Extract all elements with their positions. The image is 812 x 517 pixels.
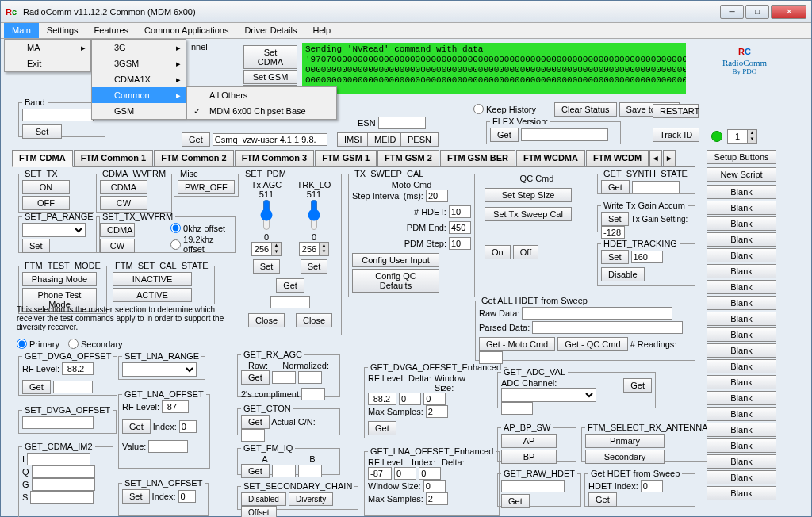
txagc-set-button[interactable]: Set <box>253 259 281 274</box>
active-button[interactable]: ACTIVE <box>113 288 192 302</box>
tab-ftm-gsm1[interactable]: FTM GSM 1 <box>315 150 377 166</box>
dvga-rf-input[interactable] <box>62 362 94 375</box>
pdm-get-button[interactable]: Get <box>276 278 304 293</box>
txgain-input[interactable] <box>601 226 625 239</box>
sc-offset-button[interactable]: Offset <box>241 506 277 517</box>
keep-history-radio[interactable]: Keep History <box>473 104 536 114</box>
track-spinner[interactable]: ▲▼ <box>727 129 757 144</box>
band-input[interactable] <box>22 109 94 121</box>
flex-input[interactable] <box>521 128 608 141</box>
hdet-disable-button[interactable]: Disable <box>601 267 645 281</box>
adc-channel-select[interactable] <box>501 388 596 402</box>
menu-3g[interactable]: 3G▸ <box>92 40 186 56</box>
lna-rf-input[interactable] <box>162 400 189 413</box>
tab-ftm-common2[interactable]: FTM Common 2 <box>154 150 234 166</box>
trackid-button[interactable]: Track ID <box>653 128 699 142</box>
hdet-val-input[interactable] <box>631 251 663 263</box>
hdet-input[interactable] <box>449 205 471 218</box>
tab-ftm-wcdm[interactable]: FTM WCDM <box>586 150 649 166</box>
raw-data-input[interactable] <box>522 307 672 320</box>
slna-set-button[interactable]: Set <box>122 489 150 504</box>
secondary-radio[interactable]: Secondary <box>68 339 123 349</box>
clear-status-button[interactable]: Clear Status <box>554 102 617 117</box>
pesn-button[interactable]: PESN <box>400 132 439 147</box>
pdm-val-input[interactable] <box>270 296 310 308</box>
blank-button[interactable]: Blank <box>707 423 776 437</box>
trklo-spinner[interactable]: ▲▼ <box>299 242 329 256</box>
close-button[interactable]: ✕ <box>771 5 806 19</box>
offset-192khz-radio[interactable]: 19.2khz offset <box>170 235 232 254</box>
wtg-set-button[interactable]: Set <box>601 212 629 226</box>
dvga-result[interactable] <box>53 381 93 393</box>
fmiq-get-button[interactable]: Get <box>241 464 270 478</box>
tab-ftm-common3[interactable]: FTM Common 3 <box>235 150 315 166</box>
blank-button[interactable]: Blank <box>707 343 776 358</box>
im2-q-input[interactable] <box>32 465 95 478</box>
sc-diversity-button[interactable]: Diversity <box>289 492 333 506</box>
tab-ftm-gsmber[interactable]: FTM GSM BER <box>440 150 515 166</box>
blank-button[interactable]: Blank <box>707 391 776 405</box>
blank-button[interactable]: Blank <box>707 232 776 247</box>
blank-button[interactable]: Blank <box>707 216 776 231</box>
pdm-close1-button[interactable]: Close <box>248 313 285 327</box>
blank-button[interactable]: Blank <box>707 486 776 500</box>
rx-primary-button[interactable]: Primary <box>585 434 665 448</box>
inactive-button[interactable]: INACTIVE <box>113 272 192 286</box>
primary-radio[interactable]: Primary <box>17 339 59 349</box>
hdet-sweep-get-button[interactable]: Get <box>588 492 617 507</box>
lna-value-input[interactable] <box>148 440 188 453</box>
trklo-slider[interactable] <box>306 199 322 231</box>
im2-i-input[interactable] <box>27 453 90 465</box>
menu-common[interactable]: Common▸ <box>92 87 186 103</box>
blank-button[interactable]: Blank <box>707 248 776 262</box>
raw-hdet-get-button[interactable]: Get <box>501 494 530 508</box>
phasing-mode-button[interactable]: Phasing Mode <box>22 272 97 286</box>
txwv-cdma-button[interactable]: CDMA <box>100 223 135 237</box>
im2-s-input[interactable] <box>30 491 94 504</box>
tab-ftm-common1[interactable]: FTM Common 1 <box>74 150 154 166</box>
minimize-button[interactable]: ─ <box>720 5 744 19</box>
imsi-button[interactable]: IMSI <box>337 132 370 147</box>
blank-button[interactable]: Blank <box>707 359 776 373</box>
config-qc-defaults-button[interactable]: Config QC Defaults <box>352 269 439 293</box>
meid-button[interactable]: MEID <box>367 132 404 147</box>
menu-exit[interactable]: Exit <box>5 56 90 71</box>
lna-get-button[interactable]: Get <box>122 419 151 434</box>
get-moto-cmd-button[interactable]: Get - Moto Cmd <box>479 337 555 351</box>
set-tx-off-button[interactable]: OFF <box>22 196 70 210</box>
set-tx-on-button[interactable]: ON <box>22 180 70 194</box>
dvga-enh-get-button[interactable]: Get <box>368 421 396 435</box>
txwv-cw-button[interactable]: CW <box>100 239 135 253</box>
rx-secondary-button[interactable]: Secondary <box>585 450 665 464</box>
blank-button[interactable]: Blank <box>707 264 776 278</box>
sdvga-input[interactable] <box>22 416 94 429</box>
set-step-size-button[interactable]: Set Step Size <box>485 188 572 202</box>
tab-ftm-wcdma[interactable]: FTM WCDMA <box>516 150 585 166</box>
hdet-set-button[interactable]: Set <box>601 250 629 264</box>
adc-get-button[interactable]: Get <box>623 378 652 393</box>
blank-button[interactable]: Blank <box>707 280 776 294</box>
step-interval-input[interactable] <box>426 190 448 202</box>
set-gsm-button[interactable]: Set GSM <box>243 70 297 84</box>
menu-mdm6x00[interactable]: ✓MDM 6x00 Chipset Base <box>187 103 336 119</box>
pwr-off-button[interactable]: PWR_OFF <box>178 180 235 194</box>
get-button[interactable]: Get <box>182 132 210 147</box>
blank-button[interactable]: Blank <box>707 327 776 342</box>
pa-set-button[interactable]: Set <box>22 239 50 253</box>
qc-off-button[interactable]: Off <box>513 245 538 259</box>
new-script-button[interactable]: New Script <box>707 167 776 182</box>
lna-range-select[interactable] <box>122 362 197 377</box>
tabs-left-arrow-icon[interactable]: ◂ <box>649 150 662 166</box>
synth-get-button[interactable]: Get <box>601 180 630 194</box>
sc-disabled-button[interactable]: Disabled <box>241 492 286 506</box>
maximize-button[interactable]: □ <box>745 5 769 19</box>
pdm-end-input[interactable] <box>449 221 471 234</box>
blank-button[interactable]: Blank <box>707 375 776 389</box>
qc-on-button[interactable]: On <box>485 245 511 259</box>
tab-ftm-gsm2[interactable]: FTM GSM 2 <box>377 150 439 166</box>
dvga-get-button[interactable]: Get <box>22 380 51 394</box>
csmq-input[interactable] <box>213 133 327 146</box>
blank-button[interactable]: Blank <box>707 312 776 326</box>
flex-get-button[interactable]: Get <box>490 128 519 142</box>
restart-button[interactable]: RESTART <box>653 104 699 118</box>
